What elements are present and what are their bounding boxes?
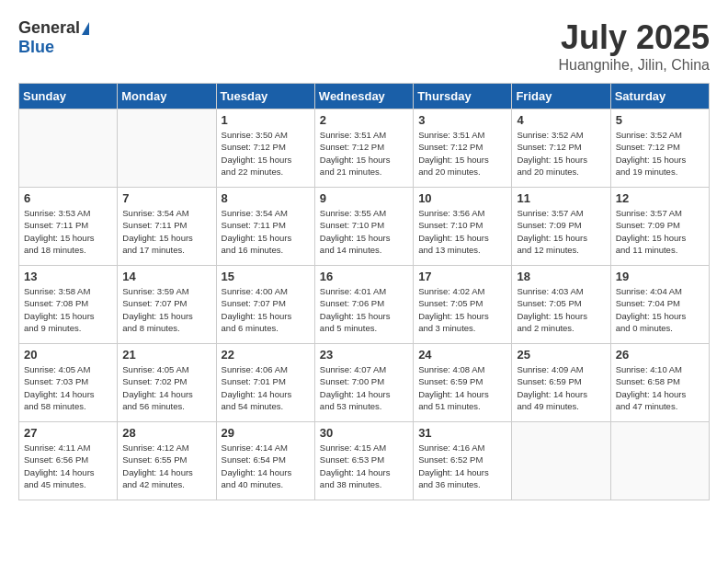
calendar-cell: 6Sunrise: 3:53 AM Sunset: 7:11 PM Daylig… bbox=[19, 188, 118, 266]
calendar-cell: 24Sunrise: 4:08 AM Sunset: 6:59 PM Dayli… bbox=[414, 344, 512, 422]
week-row-3: 13Sunrise: 3:58 AM Sunset: 7:08 PM Dayli… bbox=[19, 266, 710, 344]
calendar-cell bbox=[118, 109, 216, 188]
logo-general-text: General bbox=[18, 18, 80, 38]
calendar-cell: 30Sunrise: 4:15 AM Sunset: 6:53 PM Dayli… bbox=[314, 422, 413, 500]
day-info: Sunrise: 3:55 AM Sunset: 7:10 PM Dayligh… bbox=[320, 207, 408, 256]
day-info: Sunrise: 4:01 AM Sunset: 7:06 PM Dayligh… bbox=[320, 285, 408, 334]
day-info: Sunrise: 4:07 AM Sunset: 7:00 PM Dayligh… bbox=[320, 363, 408, 412]
day-header-thursday: Thursday bbox=[414, 84, 512, 109]
day-number: 25 bbox=[517, 348, 605, 362]
day-number: 24 bbox=[418, 348, 506, 362]
day-info: Sunrise: 3:58 AM Sunset: 7:08 PM Dayligh… bbox=[24, 285, 112, 334]
day-info: Sunrise: 4:15 AM Sunset: 6:53 PM Dayligh… bbox=[320, 442, 408, 490]
day-number: 19 bbox=[616, 270, 704, 283]
day-info: Sunrise: 4:06 AM Sunset: 7:01 PM Dayligh… bbox=[222, 363, 310, 412]
calendar-cell: 28Sunrise: 4:12 AM Sunset: 6:55 PM Dayli… bbox=[118, 422, 216, 500]
calendar-cell: 7Sunrise: 3:54 AM Sunset: 7:11 PM Daylig… bbox=[118, 188, 216, 266]
calendar-cell: 8Sunrise: 3:54 AM Sunset: 7:11 PM Daylig… bbox=[216, 188, 314, 266]
day-number: 1 bbox=[222, 113, 310, 127]
title-block: July 2025 Huangnihe, Jilin, China bbox=[558, 18, 710, 74]
day-info: Sunrise: 3:53 AM Sunset: 7:11 PM Dayligh… bbox=[24, 207, 112, 256]
day-number: 9 bbox=[320, 191, 408, 205]
calendar-cell: 15Sunrise: 4:00 AM Sunset: 7:07 PM Dayli… bbox=[216, 266, 314, 344]
day-info: Sunrise: 3:51 AM Sunset: 7:12 PM Dayligh… bbox=[320, 129, 408, 178]
day-info: Sunrise: 3:51 AM Sunset: 7:12 PM Dayligh… bbox=[418, 129, 506, 178]
day-info: Sunrise: 4:14 AM Sunset: 6:54 PM Dayligh… bbox=[222, 442, 310, 490]
day-number: 31 bbox=[418, 426, 506, 440]
day-info: Sunrise: 3:52 AM Sunset: 7:12 PM Dayligh… bbox=[517, 129, 605, 178]
calendar-cell: 20Sunrise: 4:05 AM Sunset: 7:03 PM Dayli… bbox=[19, 344, 118, 422]
week-row-1: 1Sunrise: 3:50 AM Sunset: 7:12 PM Daylig… bbox=[19, 109, 710, 188]
calendar-cell: 26Sunrise: 4:10 AM Sunset: 6:58 PM Dayli… bbox=[610, 344, 709, 422]
day-number: 26 bbox=[616, 348, 704, 362]
day-number: 6 bbox=[24, 191, 112, 205]
day-info: Sunrise: 4:04 AM Sunset: 7:04 PM Dayligh… bbox=[616, 285, 704, 334]
day-number: 2 bbox=[320, 113, 408, 127]
week-row-2: 6Sunrise: 3:53 AM Sunset: 7:11 PM Daylig… bbox=[19, 188, 710, 266]
day-number: 22 bbox=[222, 348, 310, 362]
calendar-cell: 25Sunrise: 4:09 AM Sunset: 6:59 PM Dayli… bbox=[512, 344, 610, 422]
day-number: 15 bbox=[222, 270, 310, 283]
day-number: 11 bbox=[517, 191, 605, 205]
day-number: 30 bbox=[320, 426, 408, 440]
day-info: Sunrise: 3:59 AM Sunset: 7:07 PM Dayligh… bbox=[122, 285, 210, 334]
calendar-cell: 2Sunrise: 3:51 AM Sunset: 7:12 PM Daylig… bbox=[314, 109, 413, 188]
day-info: Sunrise: 4:11 AM Sunset: 6:56 PM Dayligh… bbox=[24, 442, 112, 490]
day-info: Sunrise: 3:52 AM Sunset: 7:12 PM Dayligh… bbox=[616, 129, 704, 178]
calendar-cell: 4Sunrise: 3:52 AM Sunset: 7:12 PM Daylig… bbox=[512, 109, 610, 188]
calendar-cell: 16Sunrise: 4:01 AM Sunset: 7:06 PM Dayli… bbox=[314, 266, 413, 344]
calendar-cell: 14Sunrise: 3:59 AM Sunset: 7:07 PM Dayli… bbox=[118, 266, 216, 344]
day-header-sunday: Sunday bbox=[19, 84, 118, 109]
day-header-saturday: Saturday bbox=[610, 84, 709, 109]
calendar-cell: 3Sunrise: 3:51 AM Sunset: 7:12 PM Daylig… bbox=[414, 109, 512, 188]
day-number: 29 bbox=[222, 426, 310, 440]
day-number: 16 bbox=[320, 270, 408, 283]
calendar-cell: 13Sunrise: 3:58 AM Sunset: 7:08 PM Dayli… bbox=[19, 266, 118, 344]
calendar-header-row: SundayMondayTuesdayWednesdayThursdayFrid… bbox=[19, 84, 710, 109]
day-number: 28 bbox=[122, 426, 210, 440]
day-header-tuesday: Tuesday bbox=[216, 84, 314, 109]
day-info: Sunrise: 4:00 AM Sunset: 7:07 PM Dayligh… bbox=[222, 285, 310, 334]
week-row-4: 20Sunrise: 4:05 AM Sunset: 7:03 PM Dayli… bbox=[19, 344, 710, 422]
day-number: 13 bbox=[24, 270, 112, 283]
calendar-cell: 27Sunrise: 4:11 AM Sunset: 6:56 PM Dayli… bbox=[19, 422, 118, 500]
logo-icon bbox=[82, 22, 89, 35]
day-info: Sunrise: 4:12 AM Sunset: 6:55 PM Dayligh… bbox=[122, 442, 210, 490]
day-header-wednesday: Wednesday bbox=[314, 84, 413, 109]
day-number: 12 bbox=[616, 191, 704, 205]
calendar-cell: 18Sunrise: 4:03 AM Sunset: 7:05 PM Dayli… bbox=[512, 266, 610, 344]
day-info: Sunrise: 4:09 AM Sunset: 6:59 PM Dayligh… bbox=[517, 363, 605, 412]
day-info: Sunrise: 4:03 AM Sunset: 7:05 PM Dayligh… bbox=[517, 285, 605, 334]
calendar-cell: 5Sunrise: 3:52 AM Sunset: 7:12 PM Daylig… bbox=[610, 109, 709, 188]
calendar-cell: 31Sunrise: 4:16 AM Sunset: 6:52 PM Dayli… bbox=[414, 422, 512, 500]
day-info: Sunrise: 3:54 AM Sunset: 7:11 PM Dayligh… bbox=[222, 207, 310, 256]
day-header-friday: Friday bbox=[512, 84, 610, 109]
calendar-cell: 22Sunrise: 4:06 AM Sunset: 7:01 PM Dayli… bbox=[216, 344, 314, 422]
day-number: 21 bbox=[122, 348, 210, 362]
day-info: Sunrise: 3:50 AM Sunset: 7:12 PM Dayligh… bbox=[222, 129, 310, 178]
calendar-cell: 17Sunrise: 4:02 AM Sunset: 7:05 PM Dayli… bbox=[414, 266, 512, 344]
day-number: 4 bbox=[517, 113, 605, 127]
day-number: 17 bbox=[418, 270, 506, 283]
day-info: Sunrise: 4:05 AM Sunset: 7:02 PM Dayligh… bbox=[122, 363, 210, 412]
calendar-cell bbox=[610, 422, 709, 500]
calendar-cell: 1Sunrise: 3:50 AM Sunset: 7:12 PM Daylig… bbox=[216, 109, 314, 188]
page-header: General Blue July 2025 Huangnihe, Jilin,… bbox=[18, 18, 710, 74]
day-info: Sunrise: 3:57 AM Sunset: 7:09 PM Dayligh… bbox=[517, 207, 605, 256]
day-number: 14 bbox=[122, 270, 210, 283]
day-info: Sunrise: 3:57 AM Sunset: 7:09 PM Dayligh… bbox=[616, 207, 704, 256]
day-info: Sunrise: 4:02 AM Sunset: 7:05 PM Dayligh… bbox=[418, 285, 506, 334]
day-info: Sunrise: 4:16 AM Sunset: 6:52 PM Dayligh… bbox=[418, 442, 506, 490]
day-number: 10 bbox=[418, 191, 506, 205]
day-info: Sunrise: 4:05 AM Sunset: 7:03 PM Dayligh… bbox=[24, 363, 112, 412]
calendar-cell bbox=[512, 422, 610, 500]
day-number: 7 bbox=[122, 191, 210, 205]
calendar-cell: 9Sunrise: 3:55 AM Sunset: 7:10 PM Daylig… bbox=[314, 188, 413, 266]
day-number: 8 bbox=[222, 191, 310, 205]
calendar-cell: 10Sunrise: 3:56 AM Sunset: 7:10 PM Dayli… bbox=[414, 188, 512, 266]
calendar-cell bbox=[19, 109, 118, 188]
day-info: Sunrise: 4:08 AM Sunset: 6:59 PM Dayligh… bbox=[418, 363, 506, 412]
calendar-cell: 23Sunrise: 4:07 AM Sunset: 7:00 PM Dayli… bbox=[314, 344, 413, 422]
day-info: Sunrise: 4:10 AM Sunset: 6:58 PM Dayligh… bbox=[616, 363, 704, 412]
logo: General Blue bbox=[18, 18, 89, 57]
